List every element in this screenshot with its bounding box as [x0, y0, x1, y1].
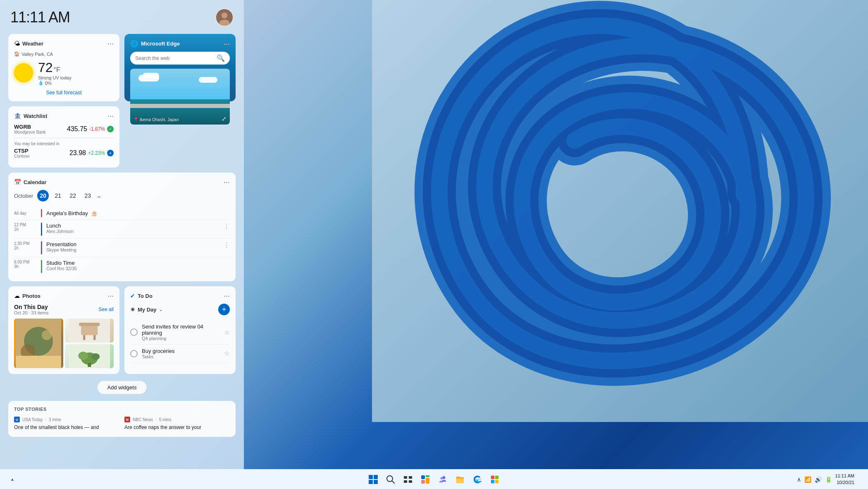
- stock-price-info-ctsp: 23.98 +2.23% +: [69, 149, 114, 157]
- stock-row-ctsp: CTSP Contoso 23.98 +2.23% +: [14, 148, 114, 158]
- my-day-chevron-icon: ⌄: [159, 307, 162, 312]
- taskbar-teams-button[interactable]: [435, 472, 450, 487]
- event-more-lunch[interactable]: ⋮: [223, 223, 230, 230]
- calendar-title: Calendar: [24, 179, 47, 185]
- calendar-month: October: [14, 193, 33, 199]
- sun-icon: [14, 63, 33, 82]
- photos-title-row: ☁ Photos: [14, 292, 41, 299]
- photos-widget: ☁ Photos ··· On This Day Oct 20 · 33 ite…: [8, 286, 119, 374]
- edge-icon: 🌐: [130, 40, 138, 48]
- todo-checkbox-2[interactable]: [130, 350, 138, 357]
- watchlist-icon: 🏦: [14, 113, 21, 119]
- stock-price-row: 435.75 -1.67% ✓: [67, 125, 114, 133]
- svg-rect-25: [404, 476, 407, 479]
- watchlist-title-row: 🏦 Watchlist: [14, 113, 47, 119]
- photos-title: Photos: [22, 293, 41, 299]
- taskbar-fileexplorer-button[interactable]: [453, 472, 467, 487]
- event-content-lunch: Lunch Alex Johnson: [46, 223, 74, 234]
- story-source-dot-2: N: [124, 417, 130, 422]
- event-more-presentation[interactable]: ⋮: [223, 241, 230, 249]
- svg-line-24: [392, 481, 394, 483]
- svg-rect-28: [409, 480, 412, 483]
- cal-date-21[interactable]: 21: [52, 190, 64, 201]
- taskbar-taskview-button[interactable]: [401, 472, 415, 487]
- event-time-lunch: 12 PM 1h: [14, 223, 37, 232]
- calendar-dates-row: 20 21 22 23 ⌄: [37, 190, 102, 201]
- svg-point-2: [222, 12, 228, 19]
- svg-rect-37: [491, 479, 494, 483]
- pin-icon: 📍: [134, 117, 138, 122]
- battery-icon[interactable]: 🔋: [825, 476, 832, 483]
- taskbar-date: 10/20/21: [835, 479, 854, 486]
- stock-item-wgrb: WGRB Woodgrove Bank 435.75 -1.67% ✓: [14, 124, 114, 134]
- birthday-emoji: 🎂: [91, 210, 98, 216]
- volume-icon[interactable]: 🔊: [815, 476, 822, 483]
- photos-header: ☁ Photos ···: [14, 292, 114, 300]
- allday-label: All day: [14, 211, 37, 216]
- todo-star-1[interactable]: ☆: [224, 328, 230, 336]
- calendar-icon: 📅: [14, 179, 21, 185]
- todo-task-name-2: Buy groceries: [142, 348, 220, 354]
- cal-date-22[interactable]: 22: [67, 190, 79, 201]
- chevron-system-tray[interactable]: ∧: [797, 476, 801, 483]
- see-all-photos-link[interactable]: See all: [98, 307, 114, 312]
- story-item-2[interactable]: N NBC News · 5 mins Are coffee naps the …: [124, 417, 230, 431]
- calendar-more-button[interactable]: ···: [224, 178, 230, 186]
- photo-item-1[interactable]: [14, 319, 63, 368]
- weather-widget: 🌤 Weather ··· 🏠 Valley Park, CA 72 °F St…: [8, 34, 119, 101]
- verified-icon: ✓: [107, 126, 114, 132]
- svg-rect-10: [81, 325, 98, 335]
- todo-star-2[interactable]: ☆: [224, 350, 230, 357]
- todo-more-button[interactable]: ···: [224, 292, 230, 300]
- add-watchlist-icon[interactable]: +: [107, 150, 114, 156]
- user-avatar[interactable]: [215, 8, 234, 26]
- widgets-header: 11:11 AM: [8, 8, 236, 26]
- taskbar-datetime[interactable]: 11:11 AM 10/20/21: [835, 473, 854, 486]
- weather-more-button[interactable]: ···: [107, 40, 114, 47]
- chevron-up-icon: ▲: [10, 477, 14, 482]
- cal-date-23[interactable]: 23: [82, 190, 93, 201]
- weather-icon: 🌤: [14, 40, 20, 47]
- taskbar-widgets-button[interactable]: [418, 472, 433, 487]
- weather-main: 72 °F Strong UV today 💧 0%: [14, 60, 114, 86]
- taskbar-notification-chevron[interactable]: ▲: [5, 472, 20, 487]
- calendar-chevron-icon[interactable]: ⌄: [97, 192, 102, 199]
- edge-search-bar[interactable]: 🔍: [130, 52, 230, 65]
- taskbar-edge-button[interactable]: [470, 472, 485, 487]
- event-bar-presentation: [41, 241, 42, 254]
- edge-more-button[interactable]: ···: [224, 40, 230, 48]
- cal-date-20[interactable]: 20: [37, 190, 49, 201]
- temp-unit: °F: [54, 66, 60, 74]
- edge-widget: 🌐 Microsoft Edge ··· 🔍 📍 Ikema Oh: [124, 34, 236, 101]
- photo-item-2[interactable]: [65, 319, 114, 343]
- photos-icon: ☁: [14, 292, 20, 299]
- todo-checkbox-1[interactable]: [130, 328, 138, 336]
- story-source-dot-1: U: [14, 417, 20, 422]
- watchlist-more-button[interactable]: ···: [107, 112, 114, 120]
- widgets-clock: 11:11 AM: [10, 9, 70, 26]
- calendar-widget: 📅 Calendar ··· October 20 21 22: [8, 173, 236, 281]
- photos-more-button[interactable]: ···: [107, 292, 114, 300]
- calendar-allday-event: All day Angela's Birthday 🎂: [14, 206, 230, 220]
- story-item-1[interactable]: U USA Today · 3 mins One of the smallest…: [14, 417, 119, 431]
- forecast-link[interactable]: See full forecast: [14, 90, 114, 96]
- add-widgets-button[interactable]: Add widgets: [97, 381, 147, 394]
- todo-text-2: Buy groceries Tasks: [142, 348, 220, 359]
- add-task-button[interactable]: +: [218, 304, 230, 315]
- watchlist-widget: 🏦 Watchlist ··· WGRB Woodgrove Bank 435.…: [8, 106, 119, 168]
- task-view-icon: [403, 475, 413, 484]
- event-content-presentation: Presentation Skype Meeting: [46, 241, 76, 252]
- interested-label: You may be interested in: [14, 141, 114, 146]
- wifi-icon[interactable]: 📶: [804, 476, 811, 483]
- photo-item-3[interactable]: [65, 344, 114, 368]
- widgets-icon: [421, 475, 430, 484]
- svg-rect-30: [426, 475, 429, 477]
- taskbar-start-button[interactable]: [366, 472, 381, 487]
- expand-icon[interactable]: ⤢: [222, 115, 227, 122]
- stock-price-row-ctsp: 23.98 +2.23% +: [69, 149, 114, 157]
- todo-item-1: Send invites for review 04 planning Q4 p…: [130, 320, 230, 345]
- edge-search-input[interactable]: [135, 55, 213, 61]
- taskbar-store-button[interactable]: [487, 472, 502, 487]
- taskbar-search-button[interactable]: [383, 472, 398, 487]
- photos-grid: [14, 319, 114, 368]
